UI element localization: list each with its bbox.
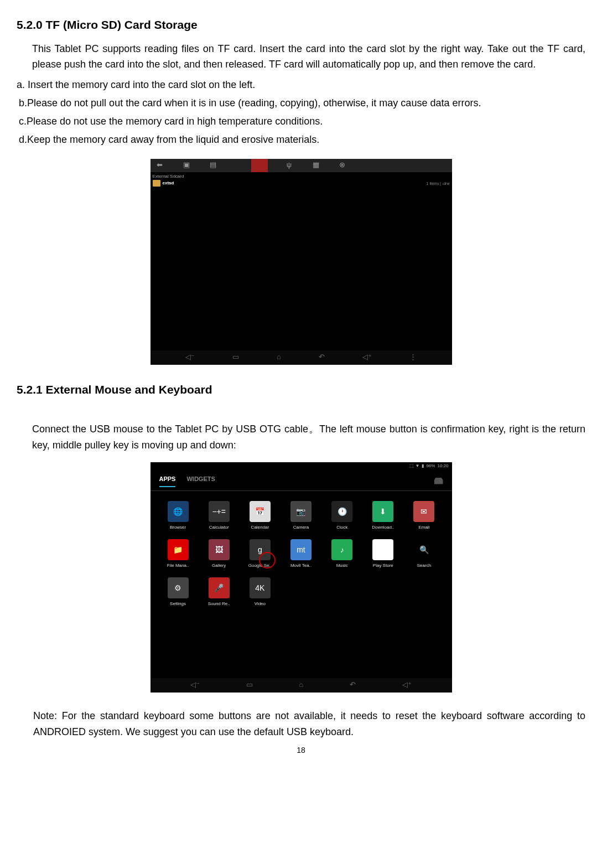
app-soundre[interactable]: 🎤Sound Re.. (200, 577, 238, 608)
app-icon: 📅 (250, 501, 271, 522)
android-nav-bar: ◁⁻ ▭ ⌂ ↶ ◁⁺ ⋮ (150, 350, 452, 365)
app-icon: 🔍 (413, 539, 434, 560)
tabs-row: APPS WIDGETS (150, 471, 452, 492)
file-manager-screenshot: ⬅ ▣ ▤ ψ ▦ ⊗ External Sdcard extsd 1 item… (150, 159, 452, 365)
app-label: Play Store (373, 562, 393, 570)
folder-info: 1 items | -drw (427, 180, 450, 187)
page-number: 18 (17, 744, 585, 756)
folder-icon (153, 180, 160, 187)
status-bar: ⬚ ▼ ▮ 96% 10:20 (150, 462, 452, 471)
tab-apps[interactable]: APPS (159, 474, 176, 488)
folder-name: extsd (163, 180, 174, 187)
app-icon: ♪ (331, 539, 352, 560)
section-520-intro: This Tablet PC supports reading files on… (32, 41, 585, 73)
app-label: Music (336, 562, 348, 570)
mouse-cursor-indicator (259, 552, 276, 569)
battery-icon: ▮ (422, 463, 424, 470)
app-label: Download.. (372, 524, 394, 531)
app-label: Email (418, 524, 429, 531)
vol-down-icon[interactable]: ◁⁻ (190, 679, 200, 691)
app-label: Calendar (251, 524, 269, 531)
pic-icon[interactable]: ▦ (311, 161, 321, 170)
tab-widgets[interactable]: WIDGETS (186, 474, 215, 488)
app-download[interactable]: ⬇Download.. (364, 501, 402, 531)
status-icons: ⬚ ▼ (409, 463, 419, 470)
clock-time: 10:20 (437, 463, 448, 470)
recent-icon[interactable]: ▭ (246, 679, 253, 691)
screenshot-1-container: ⬅ ▣ ▤ ψ ▦ ⊗ External Sdcard extsd 1 item… (17, 156, 585, 364)
app-video[interactable]: 4KVideo (241, 577, 279, 608)
list-item-d: d.Keep the memory card away from the liq… (19, 132, 585, 148)
app-label: Calculator (209, 524, 229, 531)
app-icon: ▶ (372, 539, 393, 560)
section-521-intro: Connect the USB mouse to the Tablet PC b… (32, 421, 585, 453)
apps-drawer-screenshot: ⬚ ▼ ▮ 96% 10:20 APPS WIDGETS 🌐Browser−+=… (150, 462, 452, 693)
app-playstore[interactable]: ▶Play Store (364, 539, 402, 570)
breadcrumb-label: External Sdcard (153, 173, 184, 180)
app-icon: ✉ (413, 501, 434, 522)
app-filemana[interactable]: 📁File Mana.. (159, 539, 197, 570)
app-moviltea[interactable]: mtMovil Tea.. (282, 539, 320, 570)
app-icon: 4K (250, 577, 271, 598)
app-label: Settings (170, 601, 186, 608)
app-label: Camera (293, 524, 309, 531)
ext-icon[interactable]: ▣ (181, 161, 191, 170)
back-icon[interactable]: ↶ (319, 352, 325, 363)
home-icon[interactable]: ⌂ (277, 352, 281, 363)
vol-up-icon[interactable]: ◁⁺ (362, 352, 372, 363)
app-gallery[interactable]: 🖼Gallery (200, 539, 238, 570)
app-calculator[interactable]: −+=Calculator (200, 501, 238, 531)
apps-grid: 🌐Browser−+=Calculator📅Calendar📷Camera🕐Cl… (150, 491, 452, 617)
app-label: Sound Re.. (208, 601, 230, 608)
note-text: Note: For the standard keyboard some but… (33, 708, 585, 740)
sd-icon[interactable]: ▤ (208, 161, 218, 170)
app-label: Gallery (212, 562, 226, 570)
home-icon[interactable]: ⌂ (299, 679, 304, 691)
app-calendar[interactable]: 📅Calendar (241, 501, 279, 531)
usb-icon[interactable]: ψ (284, 161, 294, 170)
folder-row[interactable]: extsd 1 items | -drw (153, 180, 450, 187)
vol-up-icon[interactable]: ◁⁺ (402, 679, 412, 691)
app-icon: 📷 (290, 501, 312, 522)
red-tab-icon[interactable] (251, 159, 268, 172)
app-icon: 📁 (168, 539, 189, 560)
app-email[interactable]: ✉Email (405, 501, 443, 531)
menu-icon[interactable]: ⋮ (409, 352, 417, 363)
android-nav-bar-2: ◁⁻ ▭ ⌂ ↶ ◁⁺ (150, 678, 452, 693)
app-icon: ⬇ (372, 501, 393, 522)
vol-down-icon[interactable]: ◁⁻ (185, 352, 195, 363)
app-label: Browser (170, 524, 186, 531)
list-item-c: c.Please do not use the memory card in h… (19, 113, 585, 130)
app-label: Clock (336, 524, 347, 531)
close-round-icon[interactable]: ⊗ (338, 161, 347, 170)
app-label: Video (255, 601, 266, 608)
app-icon: −+= (209, 501, 230, 522)
app-icon: 🎤 (209, 577, 230, 598)
app-search[interactable]: 🔍Search (405, 539, 443, 570)
app-icon: 🌐 (168, 501, 189, 522)
section-521-title: 5.2.1 External Mouse and Keyboard (17, 380, 585, 399)
screenshot-2-container: ⬚ ▼ ▮ 96% 10:20 APPS WIDGETS 🌐Browser−+=… (17, 462, 585, 693)
app-music[interactable]: ♪Music (323, 539, 361, 570)
recent-icon[interactable]: ▭ (232, 352, 239, 363)
battery-percent: 96% (426, 463, 435, 470)
app-camera[interactable]: 📷Camera (282, 501, 320, 531)
app-label: File Mana.. (167, 562, 189, 570)
app-icon: 🖼 (209, 539, 230, 560)
shop-icon[interactable] (434, 478, 443, 484)
app-label: Search (417, 562, 431, 570)
back-icon[interactable]: ↶ (350, 679, 356, 691)
file-toolbar: ⬅ ▣ ▤ ψ ▦ ⊗ (150, 159, 452, 172)
app-browser[interactable]: 🌐Browser (159, 501, 197, 531)
app-clock[interactable]: 🕐Clock (323, 501, 361, 531)
section-520-title: 5.2.0 TF (Micro SD) Card Storage (17, 16, 585, 34)
list-item-b: b.Please do not pull out the card when i… (19, 95, 585, 111)
app-settings[interactable]: ⚙Settings (159, 577, 197, 608)
app-icon: 🕐 (331, 501, 352, 522)
app-icon: mt (290, 539, 312, 560)
back-arrow-icon[interactable]: ⬅ (155, 161, 165, 170)
app-icon: ⚙ (168, 577, 189, 598)
app-label: Movil Tea.. (290, 562, 312, 570)
list-item-a: a. Insert the memory card into the card … (17, 77, 585, 93)
